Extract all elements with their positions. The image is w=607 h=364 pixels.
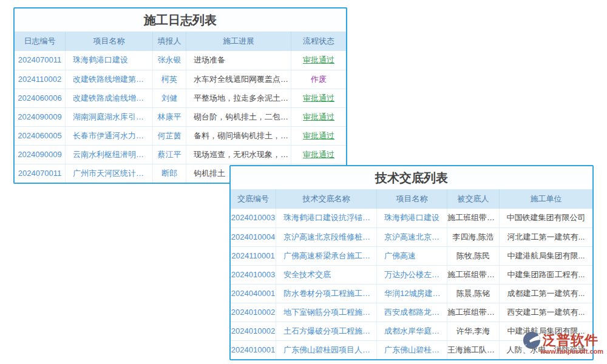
col-header-construction-unit: 施工单位	[500, 189, 592, 209]
project-name-link[interactable]: 成都水岸华庭名苑...	[377, 322, 447, 340]
project-name-link[interactable]: 改建铁路成渝线增建第二...	[66, 89, 153, 107]
project-name-link[interactable]: 广佛高速	[377, 247, 447, 265]
construction-log-body: 2024070011珠海鹤港口建设张永银进场准备审批通过2024110002改建…	[15, 51, 346, 183]
log-id-link[interactable]: 2024090009	[15, 146, 66, 164]
receiver-text: 施工班组带班...	[447, 303, 500, 322]
disclosure-name-link[interactable]: 地下室钢筋分项工程施工...	[276, 303, 377, 322]
table-row: 2024110002改建铁路线增建第二线直...柯英水车对全线遮阳网覆盖点进..…	[15, 70, 346, 89]
table-row: 2024010002地下室钢筋分项工程施工...西安成都路龙湖上...施工班组带…	[231, 303, 592, 322]
project-name-link[interactable]: 广东佛山碧桂园项目	[377, 341, 447, 359]
progress-text: 现场巡查，无积水现象，水...	[186, 146, 291, 164]
project-name-link[interactable]: 云南水利枢纽潜明水库一...	[66, 146, 153, 164]
flow-status-link[interactable]: 审批通过	[291, 108, 346, 126]
log-id-link[interactable]: 2024070011	[15, 164, 66, 183]
progress-text: 砌台阶，钩机排土，二包砌...	[186, 108, 291, 126]
receiver-text: 施工班组带班...	[447, 266, 500, 284]
progress-text: 备料，砌间墙钩机排土，瓦...	[186, 127, 291, 145]
col-header-disclosure-id: 交底编号	[231, 189, 276, 209]
disclosure-name-link[interactable]: 珠海鹤港口建设抗浮锚杆...	[276, 209, 377, 228]
table-row: 2024010003珠海鹤港口建设抗浮锚杆...珠海鹤港口建设施工班组带班...…	[231, 209, 592, 228]
receiver-text: 施工班组带班...	[447, 209, 500, 228]
table-row: 2024010003安全技术交底万达办公楼左侧A...施工班组带班...中建集团…	[231, 265, 592, 284]
disclosure-id-link[interactable]: 2024010004	[231, 228, 276, 246]
reporter-link[interactable]: 刘健	[153, 89, 186, 107]
flow-status-link[interactable]: 审批通过	[291, 89, 346, 107]
col-header-progress: 施工进展	[186, 32, 291, 51]
tech-disclosure-header-row: 交底编号 技术交底名称 项目名称 被交底人 施工单位	[231, 189, 592, 209]
col-header-disclosure-name: 技术交底名称	[276, 189, 377, 209]
reporter-link[interactable]: 断郎	[153, 164, 186, 183]
construction-unit-text: 中建集团路面工程有...	[500, 266, 592, 284]
log-id-link[interactable]: 2024090009	[15, 108, 66, 126]
disclosure-name-link[interactable]: 防水卷材分项工程施工技...	[276, 285, 377, 303]
receiver-text: 王海施工队全队	[447, 341, 500, 359]
tech-disclosure-title: 技术交底列表	[231, 166, 592, 189]
project-name-link[interactable]: 广州市天河区统计局机房...	[66, 164, 153, 183]
construction-log-table: 施工日志列表 日志编号 项目名称 填报人 施工进展 流程状态 202407001…	[13, 7, 347, 184]
flow-status-link[interactable]: 审批通过	[291, 51, 346, 70]
table-row: 2024010002土石方爆破分项工程施工...成都水岸华庭名苑...许华,李海…	[231, 322, 592, 340]
progress-text: 进场准备	[186, 51, 291, 70]
reporter-link[interactable]: 柯英	[153, 70, 186, 89]
disclosure-name-link[interactable]: 广东佛山碧桂园项目人防...	[276, 341, 377, 359]
project-name-link[interactable]: 湖南洞庭湖水库引水工程...	[66, 108, 153, 126]
table-row: 2024010001广东佛山碧桂园项目人防...广东佛山碧桂园项目王海施工队全队…	[231, 340, 592, 359]
receiver-text: 陈牧,陈民	[447, 247, 500, 265]
log-id-link[interactable]: 2024060005	[15, 127, 66, 145]
col-header-flow-status: 流程状态	[291, 32, 346, 51]
tech-disclosure-body: 2024010003珠海鹤港口建设抗浮锚杆...珠海鹤港口建设施工班组带班...…	[231, 209, 592, 359]
table-row: 2024070011珠海鹤港口建设张永银进场准备审批通过	[15, 51, 346, 70]
disclosure-name-link[interactable]: 土石方爆破分项工程施工...	[276, 322, 377, 340]
disclosure-id-link[interactable]: 2024010002	[231, 303, 276, 322]
reporter-link[interactable]: 蔡江平	[153, 146, 186, 164]
table-row: 2024090009湖南洞庭湖水库引水工程...林康平砌台阶，钩机排土，二包砌.…	[15, 107, 346, 126]
project-name-link[interactable]: 长春市伊通河水力发电厂...	[66, 127, 153, 145]
project-name-link[interactable]: 华润12城房建工程...	[377, 285, 447, 303]
table-row: 2024010004京沪高速北京段维修桩帽...京沪高速北京段维修李四海,陈浩河…	[231, 228, 592, 246]
project-name-link[interactable]: 改建铁路线增建第二线直...	[66, 70, 153, 89]
reporter-link[interactable]: 林康平	[153, 108, 186, 126]
disclosure-id-link[interactable]: 2024040001	[231, 285, 276, 303]
disclosure-id-link[interactable]: 2024010001	[231, 341, 276, 359]
disclosure-id-link[interactable]: 2024010002	[231, 322, 276, 340]
log-id-link[interactable]: 2024070011	[15, 51, 66, 70]
table-row: 2024090009云南水利枢纽潜明水库一...蔡江平现场巡查，无积水现象，水.…	[15, 145, 346, 164]
project-name-link[interactable]: 京沪高速北京段维修	[377, 228, 447, 246]
col-header-log-id: 日志编号	[15, 32, 66, 51]
log-id-link[interactable]: 2024060006	[15, 89, 66, 107]
table-row: 2024060006改建铁路成渝线增建第二...刘健平整场地，拉走多余泥土15.…	[15, 89, 346, 107]
reporter-link[interactable]: 何芷茵	[153, 127, 186, 145]
receiver-text: 许华,李海	[447, 322, 500, 340]
construction-unit-text: 成都建工第一建筑有...	[500, 285, 592, 303]
flow-status-link[interactable]: 作废	[291, 70, 346, 89]
project-name-link[interactable]: 万达办公楼左侧A...	[377, 266, 447, 284]
col-header-reporter: 填报人	[153, 32, 186, 51]
construction-unit-text: 人防、水电、消防疏通	[500, 341, 592, 359]
log-id-link[interactable]: 2024110002	[15, 70, 66, 89]
construction-unit-text: 中国铁建集团有限公司	[500, 209, 592, 228]
disclosure-id-link[interactable]: 2024110001	[231, 247, 276, 265]
disclosure-name-link[interactable]: 安全技术交底	[276, 266, 377, 284]
disclosure-id-link[interactable]: 2024010003	[231, 209, 276, 228]
col-header-receiver: 被交底人	[447, 189, 500, 209]
flow-status-link[interactable]: 审批通过	[291, 127, 346, 145]
construction-unit-text: 中建港航局集团有限...	[500, 322, 592, 340]
table-row: 2024040001防水卷材分项工程施工技...华润12城房建工程...陈晨,陈…	[231, 284, 592, 303]
table-row: 2024110001广佛高速桥梁承台施工技...广佛高速陈牧,陈民中建港航局集团…	[231, 246, 592, 265]
progress-text: 平整场地，拉走多余泥土15...	[186, 89, 291, 107]
project-name-link[interactable]: 西安成都路龙湖上...	[377, 303, 447, 322]
col-header-project-name: 项目名称	[66, 32, 153, 51]
construction-unit-text: 河北建工第一建筑有...	[500, 228, 592, 246]
reporter-link[interactable]: 张永银	[153, 51, 186, 70]
project-name-link[interactable]: 珠海鹤港口建设	[377, 209, 447, 228]
receiver-text: 李四海,陈浩	[447, 228, 500, 246]
construction-unit-text: 中建港航局集团有限...	[500, 247, 592, 265]
disclosure-name-link[interactable]: 京沪高速北京段维修桩帽...	[276, 228, 377, 246]
construction-unit-text: 西安建工第一建筑有...	[500, 303, 592, 322]
flow-status-link[interactable]: 审批通过	[291, 146, 346, 164]
project-name-link[interactable]: 珠海鹤港口建设	[66, 51, 153, 70]
disclosure-name-link[interactable]: 广佛高速桥梁承台施工技...	[276, 247, 377, 265]
disclosure-id-link[interactable]: 2024010003	[231, 266, 276, 284]
construction-log-header-row: 日志编号 项目名称 填报人 施工进展 流程状态	[15, 32, 346, 51]
table-row: 2024060005长春市伊通河水力发电厂...何芷茵备料，砌间墙钩机排土，瓦.…	[15, 126, 346, 145]
